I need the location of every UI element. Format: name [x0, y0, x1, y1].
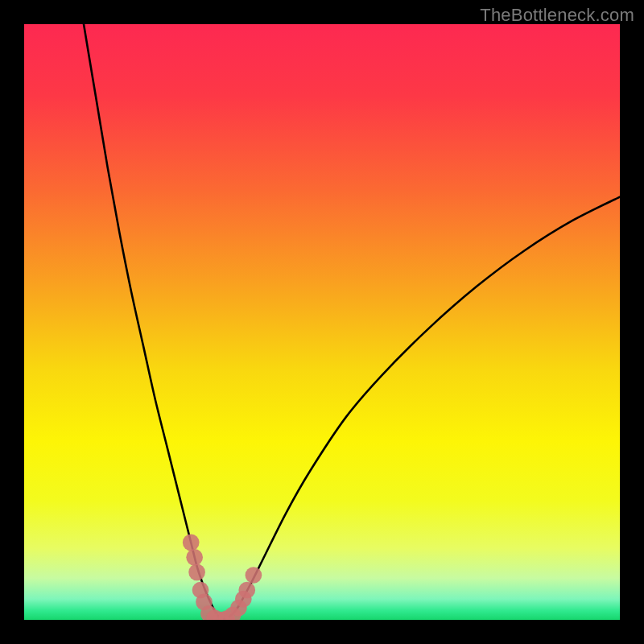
- watermark-text: TheBottleneck.com: [480, 5, 634, 26]
- curve-right-branch: [221, 197, 620, 620]
- data-marker: [246, 567, 262, 584]
- data-marker: [186, 549, 203, 566]
- plot-area: [24, 24, 620, 620]
- curve-left-branch: [84, 24, 221, 620]
- marker-group: [183, 534, 262, 620]
- data-marker: [238, 582, 255, 599]
- data-marker: [183, 534, 200, 551]
- chart-frame: TheBottleneck.com: [0, 0, 644, 644]
- chart-svg: [24, 24, 620, 620]
- data-marker: [188, 564, 205, 580]
